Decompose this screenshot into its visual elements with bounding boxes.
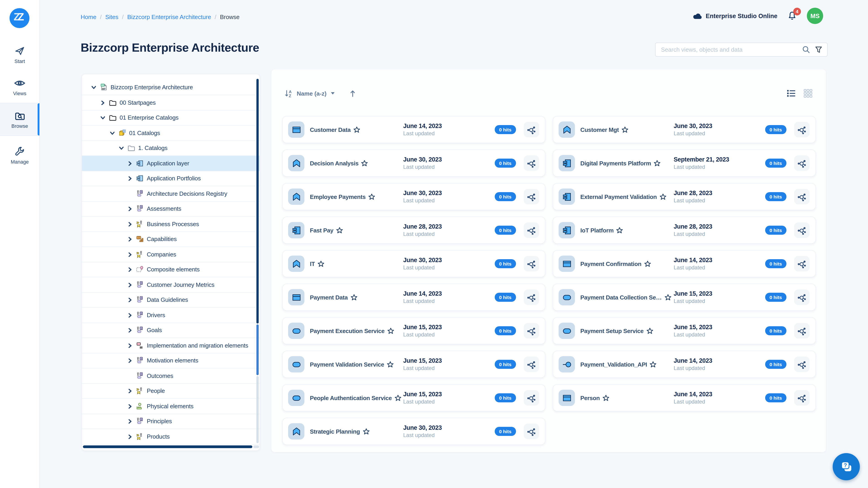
tree-item-assessments[interactable]: Assessments: [82, 201, 259, 217]
favorite-star-icon[interactable]: [368, 193, 375, 200]
tree-item-implementation-and-migration-elements[interactable]: Implementation and migration elements: [82, 338, 259, 354]
relations-button[interactable]: [794, 155, 810, 171]
chevron-right-icon[interactable]: [127, 419, 133, 424]
relations-button[interactable]: [794, 256, 810, 271]
notifications-button[interactable]: 4: [787, 11, 797, 21]
tree-item-outcomes[interactable]: Outcomes: [82, 368, 259, 384]
favorite-star-icon[interactable]: [350, 294, 357, 301]
tree-item-00-startpages[interactable]: 00 Startpages: [82, 95, 259, 111]
chevron-down-icon[interactable]: [110, 130, 115, 136]
tree-vertical-scrollbar[interactable]: [256, 79, 259, 324]
relations-button[interactable]: [794, 323, 810, 338]
tree-item-goals[interactable]: Goals: [82, 323, 259, 338]
card-external-payment-validation[interactable]: External Payment Validation June 28, 202…: [553, 183, 816, 210]
chevron-down-icon[interactable]: [91, 85, 96, 90]
relations-button[interactable]: [794, 122, 810, 137]
card-payment-data[interactable]: Payment Data June 14, 2023 Last updated …: [282, 284, 546, 311]
chevron-right-icon[interactable]: [127, 161, 133, 166]
favorite-star-icon[interactable]: [353, 126, 360, 133]
chevron-right-icon[interactable]: [127, 312, 133, 318]
relations-button[interactable]: [794, 357, 810, 372]
breadcrumb-home[interactable]: Home: [81, 13, 96, 21]
relations-button[interactable]: [794, 222, 810, 238]
card-payment-data-collection-se[interactable]: Payment Data Collection Se… June 15, 202…: [553, 284, 816, 311]
tree-item-01-catalogs[interactable]: 01 Catalogs: [82, 125, 259, 141]
card-payment-validation-api[interactable]: Payment_Validation_API June 14, 2023 Las…: [553, 351, 816, 378]
favorite-star-icon[interactable]: [387, 361, 394, 368]
breadcrumb-sites[interactable]: Sites: [105, 13, 119, 21]
relations-button[interactable]: [524, 357, 539, 372]
sidebar-item-manage[interactable]: Manage: [0, 144, 39, 167]
sidebar-item-start[interactable]: Start: [0, 43, 39, 66]
favorite-star-icon[interactable]: [646, 327, 653, 334]
tree-item-capabilities[interactable]: Capabilities: [82, 232, 259, 247]
relations-button[interactable]: [524, 122, 539, 137]
chevron-right-icon[interactable]: [127, 206, 133, 211]
chevron-right-icon[interactable]: [127, 252, 133, 257]
favorite-star-icon[interactable]: [388, 327, 394, 334]
relations-button[interactable]: [524, 323, 539, 338]
card-digital-payments-platform[interactable]: Digital Payments Platform September 21, …: [553, 150, 816, 177]
card-decision-analysis[interactable]: Decision Analysis June 30, 2023 Last upd…: [282, 150, 546, 177]
tree-item-products[interactable]: Products: [82, 429, 259, 445]
favorite-star-icon[interactable]: [395, 394, 401, 401]
filter-icon[interactable]: [814, 45, 823, 54]
breadcrumb-bizzcorp-enterprise-architecture[interactable]: Bizzcorp Enterprise Architecture: [127, 13, 211, 21]
card-it[interactable]: IT June 30, 2023 Last updated 0 hits: [282, 250, 546, 277]
relations-button[interactable]: [524, 189, 539, 204]
card-payment-confirmation[interactable]: Payment Confirmation June 14, 2023 Last …: [553, 250, 816, 277]
chevron-down-icon[interactable]: [119, 145, 124, 151]
tree-item-01-enterprise-catalogs[interactable]: 01 Enterprise Catalogs: [82, 110, 259, 125]
tree-item-bizzcorp-enterprise-architecture[interactable]: MP Bizzcorp Enterprise Architecture: [82, 80, 259, 95]
card-strategic-planning[interactable]: Strategic Planning June 30, 2023 Last up…: [282, 418, 546, 445]
relations-button[interactable]: [794, 189, 810, 204]
tree-item-application-portfolios[interactable]: Application Portfolios: [82, 171, 259, 186]
tree-item-business-processes[interactable]: Business Processes: [82, 217, 259, 232]
card-payment-execution-service[interactable]: Payment Execution Service June 15, 2023 …: [282, 317, 546, 344]
tree-item-1-catalogs[interactable]: 1. Catalogs: [82, 141, 259, 156]
favorite-star-icon[interactable]: [644, 260, 651, 267]
favorite-star-icon[interactable]: [361, 160, 368, 166]
tree-vertical-scrollbar-segment[interactable]: [256, 325, 259, 375]
tree-item-application-layer[interactable]: Application layer: [82, 156, 259, 171]
card-people-authentication-service[interactable]: People Authentication Service June 15, 2…: [282, 384, 546, 411]
tree-item-data-guidelines[interactable]: Data Guidelines: [82, 292, 259, 308]
card-payment-validation-service[interactable]: Payment Validation Service June 15, 2023…: [282, 351, 546, 378]
chevron-right-icon[interactable]: [127, 267, 133, 272]
help-chat-button[interactable]: ?: [833, 453, 860, 480]
tree-item-motivation-elements[interactable]: Motivation elements: [82, 353, 259, 368]
favorite-star-icon[interactable]: [363, 428, 369, 435]
favorite-star-icon[interactable]: [336, 227, 343, 234]
search-icon[interactable]: [802, 45, 810, 54]
chevron-right-icon[interactable]: [127, 327, 133, 333]
grid-view-icon[interactable]: [803, 89, 813, 98]
favorite-star-icon[interactable]: [317, 260, 324, 267]
relations-button[interactable]: [524, 424, 539, 439]
tree-item-architecture-decisions-registry[interactable]: Architecture Decisions Registry: [82, 186, 259, 202]
relations-button[interactable]: [524, 155, 539, 171]
relations-button[interactable]: [794, 289, 810, 305]
favorite-star-icon[interactable]: [602, 394, 609, 401]
card-customer-data[interactable]: Customer Data June 14, 2023 Last updated…: [282, 116, 546, 143]
chevron-right-icon[interactable]: [127, 221, 133, 227]
chevron-right-icon[interactable]: [127, 388, 133, 394]
search-input[interactable]: [660, 46, 798, 54]
tree-item-principles[interactable]: Principles: [82, 414, 259, 429]
card-employee-payments[interactable]: Employee Payments June 30, 2023 Last upd…: [282, 183, 546, 210]
favorite-star-icon[interactable]: [659, 193, 666, 200]
card-fast-pay[interactable]: Fast Pay June 28, 2023 Last updated 0 hi…: [282, 217, 546, 244]
chevron-right-icon[interactable]: [127, 434, 133, 439]
relations-button[interactable]: [524, 289, 539, 305]
relations-button[interactable]: [524, 222, 539, 238]
chevron-right-icon[interactable]: [100, 100, 105, 105]
favorite-star-icon[interactable]: [650, 361, 657, 368]
chevron-right-icon[interactable]: [127, 282, 133, 287]
card-person[interactable]: Person June 14, 2023 Last updated 0 hits: [553, 384, 816, 411]
favorite-star-icon[interactable]: [622, 126, 628, 133]
sidebar-item-browse[interactable]: Browse: [0, 103, 39, 136]
relations-button[interactable]: [794, 390, 810, 405]
sidebar-item-views[interactable]: Views: [0, 76, 39, 98]
sort-dropdown[interactable]: AZ Name (a-z): [284, 89, 335, 98]
tree-vertical-scrollbar-track[interactable]: [256, 376, 259, 443]
tree-horizontal-scrollbar[interactable]: [83, 446, 252, 448]
